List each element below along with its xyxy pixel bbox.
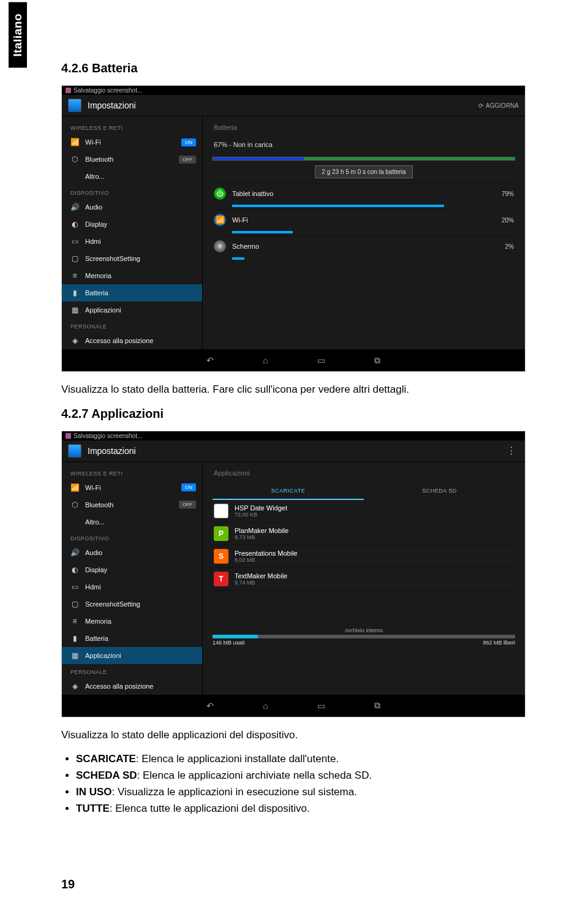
menu-button[interactable]: ⋮ (504, 446, 519, 456)
sidebar-item-label: Batteria (85, 635, 108, 642)
nav-back-icon[interactable]: ↶ (206, 355, 214, 365)
refresh-button[interactable]: ⟳ AGGIORNA (478, 102, 519, 109)
sidebar-item-battery[interactable]: ▮ Batteria (62, 630, 202, 647)
app-size: 9,74 MB (235, 580, 514, 586)
app-icon: ⏱ (214, 504, 228, 518)
battery-graph[interactable] (213, 157, 515, 161)
sidebar-item-apps[interactable]: ▦ Applicazioni (62, 301, 202, 319)
audio-icon: 🔊 (70, 203, 79, 211)
status-text: Salvataggio screenshot... (74, 433, 142, 439)
category-device: DISPOSITIVO (62, 531, 202, 544)
battery-summary[interactable]: 67% - Non in carica (213, 137, 515, 154)
screenshot-icon: ▢ (70, 254, 79, 263)
sidebar-item-hdmi[interactable]: ▭ Hdmi (62, 578, 202, 596)
power-icon: ⏻ (214, 187, 226, 200)
sidebar-item-battery[interactable]: ▮ Batteria (62, 284, 202, 301)
wifi-toggle[interactable]: ON (181, 138, 196, 146)
sidebar-item-audio[interactable]: 🔊 Audio (62, 544, 202, 561)
sidebar-item-audio[interactable]: 🔊 Audio (62, 199, 202, 216)
app-icon: T (214, 572, 228, 586)
sidebar-item-more[interactable]: Altro... (62, 168, 202, 185)
nav-home-icon[interactable]: ⌂ (263, 355, 268, 365)
app-size: 9,73 MB (235, 534, 514, 540)
category-wireless: WIRELESS E RETI (62, 120, 202, 134)
hdmi-icon: ▭ (70, 583, 79, 591)
status-bar: Salvataggio screenshot... (62, 86, 525, 95)
sidebar-item-bluetooth[interactable]: ⬡ Bluetooth OFF (62, 151, 202, 168)
wifi-icon: 📶 (70, 138, 79, 146)
bluetooth-toggle[interactable]: OFF (179, 501, 196, 509)
sidebar-item-label: Hdmi (85, 238, 101, 245)
sidebar-item-memory[interactable]: ≡ Memoria (62, 267, 202, 284)
sidebar-item-label: Applicazioni (85, 652, 121, 659)
apps-icon: ▦ (70, 306, 79, 314)
sidebar-item-more[interactable]: Altro... (62, 513, 202, 531)
storage-label: Archivio interno (213, 627, 515, 633)
hdmi-icon: ▭ (70, 237, 79, 246)
nav-screenshot-icon[interactable]: ⧉ (374, 355, 380, 366)
nav-recent-icon[interactable]: ▭ (317, 701, 325, 711)
section-heading-battery: 4.2.6 Batteria (61, 61, 527, 75)
sidebar-item-location[interactable]: ◈ Accesso alla posizione (62, 332, 202, 349)
tab-downloaded[interactable]: SCARICATE (213, 483, 364, 500)
sidebar-item-display[interactable]: ◐ Display (62, 561, 202, 578)
apps-bullet-list: SCARICATE: Elenca le applicazioni instal… (76, 752, 527, 816)
page-number: 19 (61, 877, 527, 891)
sidebar-item-label: Accesso alla posizione (85, 337, 153, 344)
tab-sdcard[interactable]: SCHEDA SD (364, 483, 515, 500)
sidebar-item-label: Applicazioni (85, 306, 121, 314)
app-row[interactable]: P PlanMaker Mobile 9,73 MB (213, 523, 515, 545)
content-header: Batteria (213, 121, 515, 137)
app-title: Impostazioni (88, 446, 504, 456)
sidebar-item-label: Bluetooth (85, 156, 113, 163)
app-row[interactable]: S Presentations Mobile 8,02 MB (213, 545, 515, 568)
sidebar-item-label: Memoria (85, 618, 111, 625)
sidebar-item-display[interactable]: ◐ Display (62, 216, 202, 233)
bluetooth-icon: ⬡ (70, 155, 79, 164)
nav-back-icon[interactable]: ↶ (206, 701, 214, 711)
title-bar: Impostazioni ⟳ AGGIORNA (62, 95, 525, 116)
app-size: 72,00 KB (235, 512, 514, 518)
sidebar-item-label: ScreenshotSetting (85, 600, 140, 608)
usage-label: Schermo (232, 243, 499, 250)
bluetooth-toggle[interactable]: OFF (179, 156, 196, 164)
sidebar-item-apps[interactable]: ▦ Applicazioni (62, 647, 202, 664)
display-icon: ◐ (70, 565, 79, 574)
sidebar-item-bluetooth[interactable]: ⬡ Bluetooth OFF (62, 496, 202, 513)
category-device: DISPOSITIVO (62, 185, 202, 199)
app-row[interactable]: T TextMaker Mobile 9,74 MB (213, 568, 515, 591)
apps-intro: Visualizza lo stato delle applicazioni d… (61, 728, 527, 743)
sidebar-item-screenshot[interactable]: ▢ ScreenshotSetting (62, 596, 202, 613)
usage-row-idle[interactable]: ⏻ Tablet inattivo 79% (213, 183, 515, 203)
usage-list: ⏻ Tablet inattivo 79% 📶 Wi-Fi 20% ☀ (213, 183, 515, 260)
sidebar-item-wifi[interactable]: 📶 Wi-Fi ON (62, 479, 202, 496)
save-icon (66, 433, 71, 439)
sidebar-item-memory[interactable]: ≡ Memoria (62, 613, 202, 630)
usage-row-screen[interactable]: ☀ Schermo 2% (213, 236, 515, 256)
wifi-toggle[interactable]: ON (181, 483, 196, 491)
sidebar-item-screenshot[interactable]: ▢ ScreenshotSetting (62, 250, 202, 267)
apps-content: Applicazioni SCARICATE SCHEDA SD ⏱ HSP D… (203, 462, 525, 695)
sidebar-item-wifi[interactable]: 📶 Wi-Fi ON (62, 134, 202, 151)
memory-icon: ≡ (70, 271, 79, 280)
bullet-all: TUTTE: Elenca tutte le applicazioni del … (76, 802, 527, 816)
app-row[interactable]: ⏱ HSP Date Widget 72,00 KB (213, 500, 515, 523)
bullet-downloaded: SCARICATE: Elenca le applicazioni instal… (76, 752, 527, 766)
nav-home-icon[interactable]: ⌂ (263, 701, 268, 711)
nav-screenshot-icon[interactable]: ⧉ (374, 700, 380, 711)
settings-sidebar: WIRELESS E RETI 📶 Wi-Fi ON ⬡ Bluetooth O… (62, 116, 203, 349)
display-icon: ◐ (70, 220, 79, 229)
sidebar-item-label: Altro... (85, 518, 105, 526)
usage-bar (232, 231, 293, 233)
battery-icon: ▮ (70, 634, 79, 643)
bullet-running: IN USO: Visualizza le applicazioni in es… (76, 785, 527, 800)
battery-description: Visualizza lo stato della batteria. Fare… (61, 383, 527, 397)
battery-icon: ▮ (70, 289, 79, 297)
sidebar-item-location[interactable]: ◈ Accesso alla posizione (62, 678, 202, 695)
nav-recent-icon[interactable]: ▭ (317, 355, 325, 365)
sidebar-item-hdmi[interactable]: ▭ Hdmi (62, 233, 202, 250)
sidebar-item-label: Hdmi (85, 583, 101, 591)
sidebar-item-label: Audio (85, 203, 102, 211)
usage-row-wifi[interactable]: 📶 Wi-Fi 20% (213, 210, 515, 230)
category-personal: PERSONALE (62, 319, 202, 332)
